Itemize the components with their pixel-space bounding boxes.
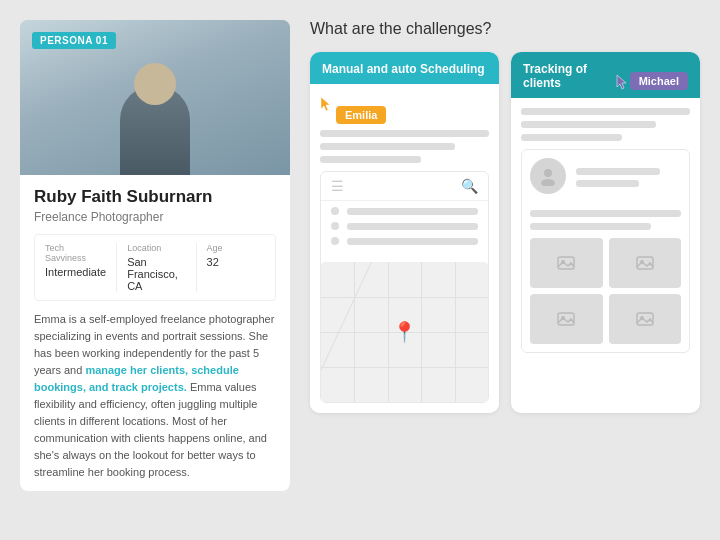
stat-label-location: Location [127,243,185,253]
right-panel: What are the challenges? Manual and auto… [310,20,700,413]
stat-tech-savviness: Tech Savviness Intermediate [35,243,116,292]
image-thumb [609,238,682,288]
cursor-icon-orange [320,96,332,112]
phone-inner-scheduling: ☰ 🔍 [320,171,489,403]
michael-tooltip-badge: Michael [630,72,688,90]
svg-marker-0 [321,97,330,111]
image-placeholder-icon [556,309,576,329]
cursor-icon-purple [616,74,628,90]
profile-row [530,158,681,202]
card-body-tracking [511,98,700,363]
menu-icon: ☰ [331,178,344,194]
profile-name: Ruby Faith Suburnarn [34,187,276,207]
persona-badge: PERSONA 01 [32,32,116,49]
list-item [331,222,478,230]
phone-inner-tracking [521,149,690,353]
wf-line [320,130,489,137]
phone-card-scheduling: Manual and auto Scheduling Emilia [310,52,499,413]
wf-line [320,143,455,150]
profile-title: Freelance Photographer [34,210,276,224]
persona-card: PERSONA 01 Ruby Faith Suburnarn Freelanc… [20,20,290,491]
search-icon: 🔍 [461,178,478,194]
svg-marker-1 [617,75,626,89]
image-thumb [530,238,603,288]
stat-value-location: San Francisco, CA [127,256,185,292]
tooltip-emilia-container: Emilia [320,96,489,124]
card-body-scheduling: Emilia ☰ 🔍 [310,84,499,413]
image-grid [530,238,681,344]
image-placeholder-icon [635,253,655,273]
section-title: What are the challenges? [310,20,700,38]
image-thumb [609,294,682,344]
phone-card-tracking: Tracking of clients Michael [511,52,700,413]
avatar-icon [538,166,558,186]
avatar-info-lines [576,168,681,193]
phone-inner-topbar: ☰ 🔍 [321,172,488,201]
image-placeholder-icon [556,253,576,273]
map-pin-icon: 📍 [392,320,417,344]
profile-info: Ruby Faith Suburnarn Freelance Photograp… [20,175,290,491]
stat-label-tech: Tech Savviness [45,243,106,263]
stat-value-age: 32 [207,256,265,268]
image-thumb [530,294,603,344]
list-item [331,237,478,245]
card-title-tracking: Tracking of clients [523,62,616,90]
emilia-tooltip-badge: Emilia [336,106,386,124]
wf-line [521,134,622,141]
image-placeholder-icon [635,309,655,329]
stat-value-tech: Intermediate [45,266,106,278]
tooltip-michael-area: Michael [616,72,688,90]
svg-point-2 [544,169,552,177]
stat-location: Location San Francisco, CA [116,243,195,292]
challenges-row: Manual and auto Scheduling Emilia [310,52,700,413]
wf-line [530,223,651,230]
card-header-scheduling: Manual and auto Scheduling [310,52,499,84]
stat-label-age: Age [207,243,265,253]
wf-line [521,108,690,115]
profile-stats: Tech Savviness Intermediate Location San… [34,234,276,301]
phone-list-area [321,201,488,258]
wf-line [320,156,421,163]
list-item [331,207,478,215]
card-header-tracking: Tracking of clients Michael [511,52,700,98]
bio-highlight: manage her clients, schedule bookings, a… [34,364,239,393]
wf-avatar [530,158,566,194]
profile-bio: Emma is a self-employed freelance photog… [34,311,276,481]
wf-line [530,210,681,217]
stat-age: Age 32 [196,243,275,292]
map-area: 📍 [321,262,488,402]
card-title-scheduling: Manual and auto Scheduling [322,62,487,76]
wf-line [521,121,656,128]
svg-point-3 [541,179,555,186]
